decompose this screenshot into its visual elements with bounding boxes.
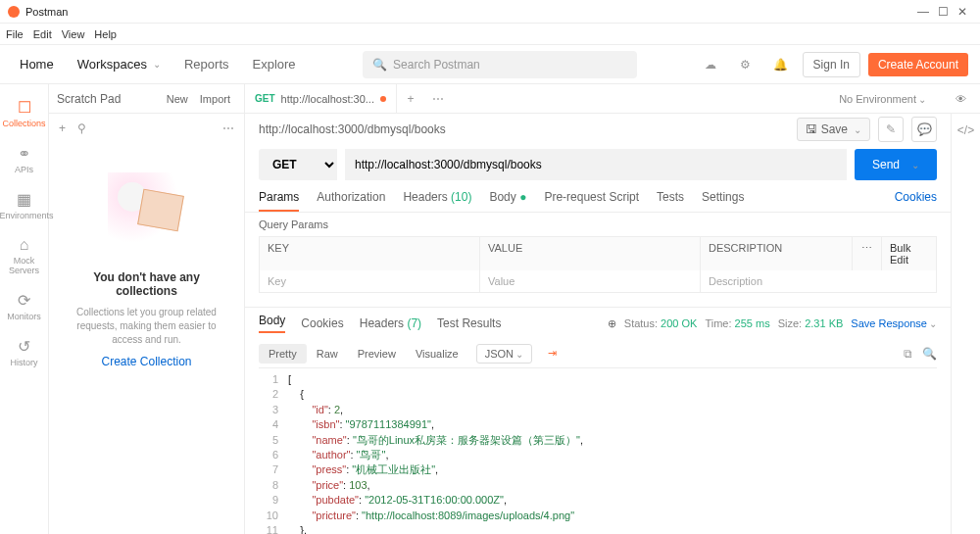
- format-select[interactable]: JSON: [476, 344, 532, 364]
- apis-icon: ⚭: [0, 144, 49, 163]
- search-input[interactable]: 🔍 Search Postman: [363, 51, 637, 78]
- sidebar-item-mock-servers[interactable]: ⌂Mock Servers: [0, 228, 49, 283]
- minimize-button[interactable]: —: [913, 5, 933, 19]
- nav-workspaces[interactable]: Workspaces: [70, 45, 169, 84]
- col-more[interactable]: ⋯: [853, 237, 882, 270]
- response-size: 2.31 KB: [805, 317, 843, 329]
- tab-tests[interactable]: Tests: [657, 190, 684, 212]
- copy-icon[interactable]: ⧉: [904, 347, 912, 361]
- environment-selector[interactable]: No Environment: [839, 93, 926, 105]
- response-body[interactable]: 1[2 {3 "id": 2,4 "isbn": "9787111384991"…: [259, 367, 937, 534]
- save-button[interactable]: 🖫 Save: [797, 118, 870, 141]
- cookies-link[interactable]: Cookies: [895, 190, 937, 212]
- nav-reports[interactable]: Reports: [176, 45, 237, 84]
- scratch-pad-title: Scratch Pad: [57, 92, 161, 106]
- sidebar-item-monitors[interactable]: ⟳Monitors: [0, 283, 49, 329]
- app-logo: [8, 6, 20, 18]
- nav-explore[interactable]: Explore: [245, 45, 304, 84]
- cloud-icon[interactable]: ☁: [697, 51, 724, 78]
- tab-headers[interactable]: Headers (10): [403, 190, 471, 212]
- tab-authorization[interactable]: Authorization: [317, 190, 385, 212]
- send-button[interactable]: Send: [855, 149, 937, 180]
- col-key: KEY: [260, 237, 480, 270]
- tab-label: http://localhost:30...: [281, 93, 374, 105]
- notifications-icon[interactable]: 🔔: [767, 51, 795, 78]
- resp-tab-body[interactable]: Body: [259, 314, 285, 333]
- response-time: 255 ms: [735, 317, 770, 329]
- col-description: DESCRIPTION: [701, 237, 853, 270]
- search-icon: 🔍: [372, 58, 387, 72]
- col-value: VALUE: [480, 237, 701, 270]
- mock-icon: ⌂: [0, 236, 49, 254]
- empty-illustration: [108, 172, 186, 251]
- view-raw[interactable]: Raw: [307, 344, 348, 364]
- tab-params[interactable]: Params: [259, 190, 299, 212]
- create-account-button[interactable]: Create Account: [868, 53, 968, 76]
- resp-tab-headers[interactable]: Headers (7): [360, 316, 421, 330]
- collections-icon: ☐: [0, 98, 49, 117]
- value-input[interactable]: Value: [480, 270, 701, 292]
- new-tab-button[interactable]: +: [397, 85, 424, 113]
- globe-icon[interactable]: ⊕: [608, 317, 616, 330]
- nav-home[interactable]: Home: [12, 45, 62, 84]
- search-response-icon[interactable]: 🔍: [922, 347, 937, 361]
- unsaved-dot-icon: [380, 96, 386, 102]
- method-select[interactable]: GET: [259, 149, 337, 180]
- import-button[interactable]: Import: [194, 91, 236, 107]
- menu-help[interactable]: Help: [94, 28, 117, 40]
- method-badge: GET: [255, 93, 275, 104]
- satellite-icon[interactable]: ⚙: [732, 51, 760, 78]
- edit-icon[interactable]: ✎: [878, 117, 904, 142]
- menu-view[interactable]: View: [62, 28, 85, 40]
- search-placeholder: Search Postman: [393, 58, 480, 72]
- sidebar-item-apis[interactable]: ⚭APIs: [0, 136, 49, 182]
- empty-text: Collections let you group related reques…: [65, 306, 228, 347]
- tab-settings[interactable]: Settings: [702, 190, 744, 212]
- maximize-button[interactable]: ☐: [933, 5, 953, 19]
- code-icon[interactable]: </>: [957, 123, 974, 137]
- window-title: Postman: [25, 6, 913, 18]
- resp-tab-tests[interactable]: Test Results: [437, 316, 501, 330]
- request-tab[interactable]: GET http://localhost:30...: [245, 84, 397, 114]
- history-icon: ↺: [0, 337, 49, 356]
- menu-file[interactable]: File: [6, 28, 24, 40]
- comment-icon[interactable]: 💬: [911, 117, 937, 142]
- query-params-label: Query Params: [245, 213, 951, 236]
- key-input[interactable]: Key: [260, 270, 480, 292]
- save-response-link[interactable]: Save Response: [851, 317, 937, 329]
- environments-icon: ▦: [0, 190, 49, 209]
- status-code: 200 OK: [661, 317, 697, 329]
- create-collection-link[interactable]: Create Collection: [101, 355, 191, 368]
- tab-prerequest[interactable]: Pre-request Script: [544, 190, 639, 212]
- monitors-icon: ⟳: [0, 291, 49, 310]
- env-preview-icon[interactable]: 👁: [956, 93, 966, 105]
- breadcrumb: http://localhost:3000/dbmysql/books: [259, 122, 789, 136]
- tab-menu-button[interactable]: ⋯: [424, 85, 452, 113]
- resp-tab-cookies[interactable]: Cookies: [301, 316, 343, 330]
- url-input[interactable]: [345, 149, 847, 180]
- tab-body[interactable]: Body ●: [489, 190, 526, 212]
- add-icon[interactable]: +: [59, 121, 66, 135]
- sign-in-button[interactable]: Sign In: [803, 52, 860, 77]
- filter-icon[interactable]: ⚲: [77, 121, 86, 135]
- view-visualize[interactable]: Visualize: [406, 344, 468, 364]
- close-button[interactable]: ✕: [953, 5, 972, 19]
- empty-heading: You don't have any collections: [65, 270, 228, 298]
- menu-edit[interactable]: Edit: [33, 28, 52, 40]
- sidebar-item-environments[interactable]: ▦Environments: [0, 182, 49, 228]
- new-button[interactable]: New: [161, 91, 194, 107]
- sidebar-item-collections[interactable]: ☐Collections: [0, 90, 49, 136]
- more-icon[interactable]: ⋯: [222, 121, 234, 135]
- description-input[interactable]: Description: [701, 270, 936, 292]
- wrap-icon[interactable]: ⇥: [538, 343, 566, 364]
- bulk-edit-link[interactable]: Bulk Edit: [882, 237, 936, 270]
- sidebar-item-history[interactable]: ↺History: [0, 329, 49, 375]
- query-params-table: KEY VALUE DESCRIPTION ⋯ Bulk Edit Key Va…: [259, 236, 937, 293]
- view-preview[interactable]: Preview: [348, 344, 406, 364]
- view-pretty[interactable]: Pretty: [259, 344, 307, 364]
